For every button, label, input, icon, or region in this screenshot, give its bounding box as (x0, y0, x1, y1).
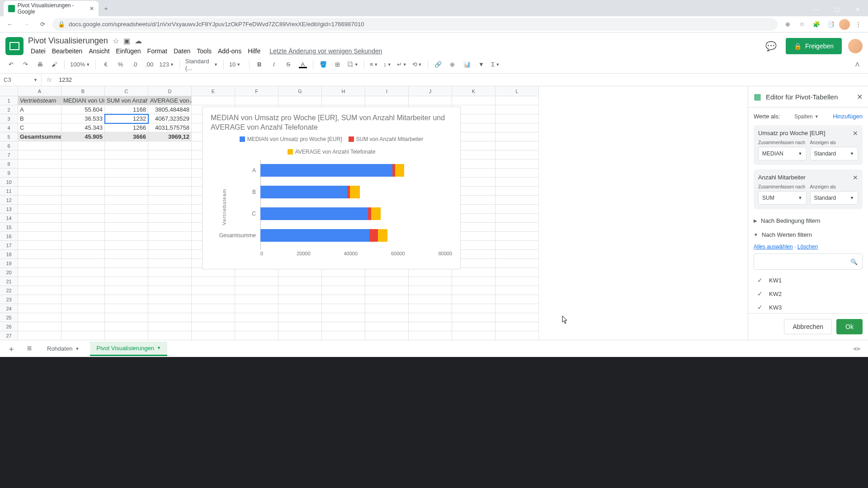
cell[interactable] (18, 295, 61, 304)
column-header[interactable]: G (278, 86, 322, 96)
cell[interactable]: 4067,323529 (148, 114, 192, 123)
cell[interactable] (148, 277, 192, 286)
cell[interactable] (105, 295, 148, 304)
cell[interactable] (235, 277, 278, 286)
row-header[interactable]: 12 (0, 196, 18, 205)
column-header[interactable]: K (452, 86, 495, 96)
cell[interactable] (105, 313, 148, 322)
cell[interactable] (105, 196, 148, 205)
cell[interactable] (192, 295, 235, 304)
menu-item[interactable]: Ansicht (86, 47, 112, 56)
fill-color-icon[interactable]: 🪣 (317, 58, 330, 71)
column-header[interactable]: J (409, 86, 452, 96)
cell[interactable] (365, 96, 409, 105)
currency-icon[interactable]: € (99, 58, 112, 71)
cell[interactable] (18, 214, 61, 223)
row-header[interactable]: 24 (0, 304, 18, 313)
cell[interactable] (409, 331, 452, 340)
cell[interactable] (235, 331, 278, 340)
new-tab-button[interactable]: ＋ (99, 1, 113, 16)
row-header[interactable]: 26 (0, 322, 18, 331)
collapse-toolbar-icon[interactable]: ᐱ (851, 58, 863, 71)
cell[interactable] (105, 223, 148, 232)
row-header[interactable]: 4 (0, 123, 18, 132)
print-icon[interactable]: 🖶 (33, 58, 46, 71)
cell[interactable] (192, 304, 235, 313)
column-header[interactable]: L (495, 86, 539, 96)
cell[interactable] (495, 96, 539, 105)
cell[interactable] (495, 250, 539, 259)
cell[interactable] (278, 277, 322, 286)
sheet-tab-active[interactable]: Pivot Visualisierungen▼ (90, 342, 167, 356)
cell[interactable]: 3805,484848 (148, 105, 192, 114)
cell[interactable] (192, 322, 235, 331)
cell[interactable] (148, 205, 192, 214)
cell[interactable] (18, 286, 61, 295)
borders-icon[interactable]: ⊞ (331, 58, 344, 71)
cell[interactable] (148, 214, 192, 223)
cancel-button[interactable]: Abbrechen (784, 319, 832, 334)
cell[interactable] (192, 313, 235, 322)
paint-format-icon[interactable]: 🖌 (48, 58, 61, 71)
filter-icon[interactable]: ▼ (475, 58, 488, 71)
cell[interactable] (148, 187, 192, 196)
filter-condition-toggle[interactable]: ▶Nach Bedingung filtern (754, 214, 863, 228)
summarize-dropdown[interactable]: MEDIAN▼ (758, 147, 807, 160)
cell[interactable] (18, 304, 61, 313)
cell[interactable] (192, 268, 235, 277)
cell[interactable] (61, 223, 105, 232)
cell[interactable] (61, 150, 105, 160)
cell[interactable] (409, 322, 452, 331)
row-header[interactable]: 21 (0, 277, 18, 286)
cell[interactable] (365, 331, 409, 340)
cell[interactable]: Vertriebsteam (18, 96, 61, 105)
cell[interactable] (148, 304, 192, 313)
cell[interactable] (105, 232, 148, 241)
cell[interactable]: 45.343 (61, 123, 105, 132)
cell[interactable] (105, 259, 148, 268)
menu-item[interactable]: Bearbeiten (49, 47, 85, 56)
cell[interactable] (365, 295, 409, 304)
cell[interactable] (18, 160, 61, 169)
cell[interactable] (365, 277, 409, 286)
cell[interactable] (235, 286, 278, 295)
column-header[interactable]: C (105, 86, 148, 96)
remove-value-icon[interactable]: ✕ (853, 174, 858, 181)
cell[interactable] (148, 223, 192, 232)
cell[interactable] (235, 304, 278, 313)
show-as-dropdown[interactable]: Standard▼ (810, 191, 859, 205)
cell[interactable] (61, 232, 105, 241)
cell[interactable] (409, 286, 452, 295)
cell[interactable] (18, 141, 61, 150)
cell[interactable] (105, 150, 148, 160)
cell[interactable]: 3969,12 (148, 132, 192, 141)
cell[interactable] (105, 286, 148, 295)
percent-icon[interactable]: % (114, 58, 127, 71)
cell[interactable] (495, 114, 539, 123)
cell[interactable] (452, 331, 495, 340)
cell[interactable] (105, 277, 148, 286)
menu-item[interactable]: Tools (194, 47, 214, 56)
url-input[interactable]: 🔒 docs.google.com/spreadsheets/d/1nVxrVx… (52, 18, 778, 31)
cell[interactable] (61, 331, 105, 340)
maximize-icon[interactable]: ▢ (826, 3, 847, 16)
cell[interactable]: SUM von Anzah (105, 96, 148, 105)
cell[interactable] (495, 150, 539, 160)
cell[interactable] (452, 322, 495, 331)
cell[interactable] (278, 313, 322, 322)
cell[interactable] (409, 277, 452, 286)
cell[interactable] (148, 286, 192, 295)
row-header[interactable]: 25 (0, 313, 18, 322)
menu-item[interactable]: Hilfe (245, 47, 263, 56)
cell[interactable] (61, 214, 105, 223)
sheets-logo-icon[interactable] (5, 37, 24, 55)
filter-value-item[interactable]: ✓KW1 (754, 273, 863, 287)
cell[interactable] (278, 322, 322, 331)
filter-search-input[interactable]: 🔍 (754, 253, 863, 270)
text-color-icon[interactable]: A (297, 58, 309, 71)
cell[interactable] (495, 232, 539, 241)
cell[interactable] (495, 123, 539, 132)
column-header[interactable]: A (18, 86, 61, 96)
cell[interactable] (495, 313, 539, 322)
cell[interactable] (495, 223, 539, 232)
